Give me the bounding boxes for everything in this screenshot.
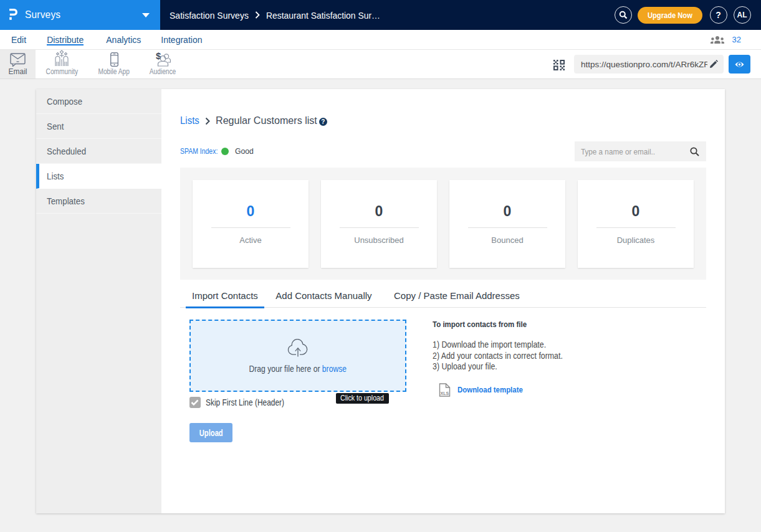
svg-text:XLS: XLS [440,391,449,395]
